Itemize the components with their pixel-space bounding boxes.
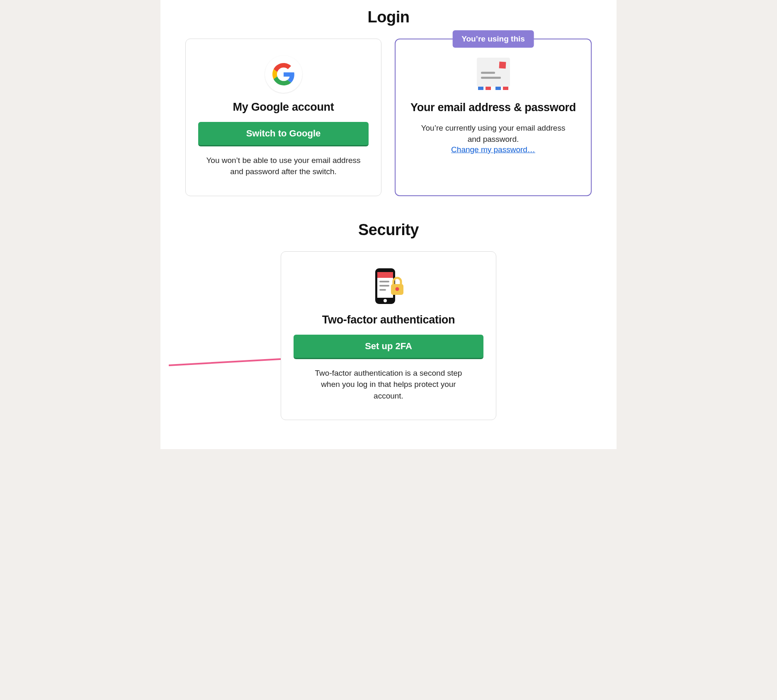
two-factor-icon bbox=[372, 268, 405, 306]
svg-rect-13 bbox=[379, 281, 389, 282]
security-card-row: Two-factor authentication Set up 2FA Two… bbox=[185, 251, 592, 420]
two-factor-card-title: Two-factor authentication bbox=[322, 313, 455, 327]
settings-page: Login My Google account Switch to Google… bbox=[160, 0, 617, 449]
setup-2fa-button[interactable]: Set up 2FA bbox=[294, 335, 483, 359]
two-factor-card: Two-factor authentication Set up 2FA Two… bbox=[281, 251, 496, 420]
email-icon bbox=[473, 56, 514, 93]
active-method-badge: You’re using this bbox=[452, 30, 534, 48]
security-section-title: Security bbox=[185, 196, 592, 251]
change-password-link[interactable]: Change my password… bbox=[451, 145, 535, 154]
email-card-title: Your email address & password bbox=[410, 101, 576, 115]
svg-rect-14 bbox=[379, 285, 389, 287]
svg-rect-12 bbox=[377, 272, 393, 278]
svg-rect-1 bbox=[499, 62, 506, 69]
google-card-title: My Google account bbox=[233, 100, 334, 114]
email-login-card: You’re using this Your email address & p… bbox=[395, 39, 592, 196]
google-login-card: My Google account Switch to Google You w… bbox=[185, 39, 381, 196]
svg-point-16 bbox=[384, 299, 387, 302]
google-card-description: You won’t be able to use your email addr… bbox=[205, 155, 362, 177]
svg-rect-5 bbox=[486, 87, 491, 90]
two-factor-card-description: Two-factor authentication is a second st… bbox=[310, 367, 467, 402]
svg-rect-15 bbox=[379, 289, 386, 291]
svg-rect-7 bbox=[495, 87, 501, 90]
svg-rect-4 bbox=[478, 87, 483, 90]
login-card-row: My Google account Switch to Google You w… bbox=[185, 39, 592, 196]
google-logo-icon bbox=[265, 56, 302, 93]
switch-to-google-button[interactable]: Switch to Google bbox=[198, 122, 369, 146]
svg-point-18 bbox=[396, 287, 399, 291]
svg-rect-2 bbox=[481, 72, 495, 74]
svg-rect-6 bbox=[503, 87, 508, 90]
email-card-description: You’re currently using your email addres… bbox=[415, 122, 572, 145]
svg-rect-3 bbox=[481, 77, 501, 79]
